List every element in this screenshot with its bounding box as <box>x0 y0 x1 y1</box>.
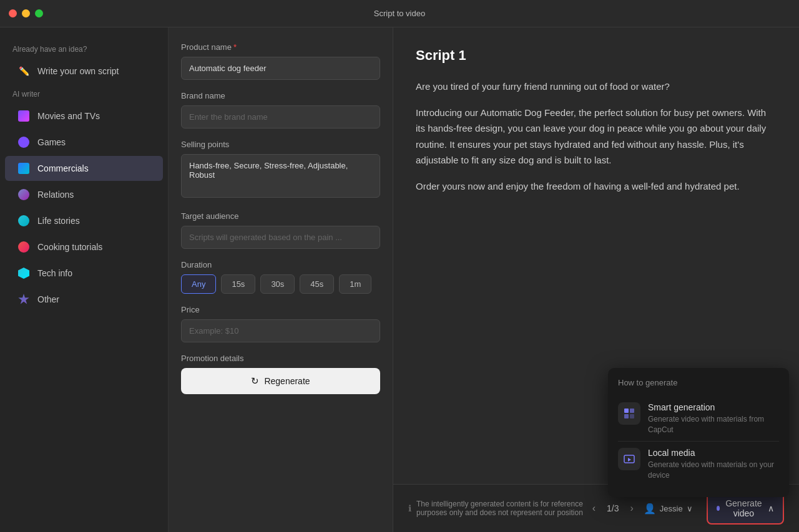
window-title: Script to video <box>374 9 425 18</box>
duration-any[interactable]: Any <box>181 274 216 294</box>
generate-label: Generate video <box>725 498 763 518</box>
info-icon: ℹ <box>408 503 411 513</box>
smart-gen-title: Smart generation <box>648 402 779 412</box>
price-label: Price <box>181 305 380 314</box>
next-script-button[interactable]: › <box>626 500 637 516</box>
sidebar-section-idea: Already have an idea? <box>0 40 168 57</box>
sidebar-section-ai: AI writer <box>0 85 168 102</box>
svg-rect-0 <box>624 409 629 413</box>
sidebar-item-label-games: Games <box>37 137 66 147</box>
svg-rect-1 <box>630 409 634 413</box>
sidebar-item-label-life: Life stories <box>37 216 80 226</box>
title-bar: Script to video <box>0 0 799 27</box>
smart-gen-desc: Generate video with materials from CapCu… <box>648 414 779 435</box>
price-input[interactable] <box>181 319 380 342</box>
sidebar: Already have an idea? ✏️ Write your own … <box>0 27 169 532</box>
pencil-icon: ✏️ <box>17 65 30 77</box>
traffic-lights <box>9 9 43 17</box>
tech-icon <box>17 267 30 279</box>
duration-group: Any 15s 30s 45s 1m <box>181 274 380 294</box>
script-paragraph-1: Are you tired of your furry friend runni… <box>416 79 777 95</box>
sidebar-item-tech[interactable]: Tech info <box>5 261 163 286</box>
sidebar-item-label-movies: Movies and TVs <box>37 111 100 121</box>
user-chevron-icon: ∨ <box>687 504 693 513</box>
user-icon: 👤 <box>644 503 656 515</box>
commercials-icon <box>17 162 30 175</box>
sidebar-item-movies[interactable]: Movies and TVs <box>5 104 163 128</box>
local-media-icon <box>618 448 640 470</box>
regenerate-icon: ↻ <box>251 375 259 387</box>
sidebar-item-life-stories[interactable]: Life stories <box>5 208 163 233</box>
sidebar-item-write-own[interactable]: ✏️ Write your own script <box>5 59 163 84</box>
movies-icon <box>17 110 30 122</box>
prev-script-button[interactable]: ‹ <box>589 500 599 516</box>
duration-1m[interactable]: 1m <box>339 274 371 294</box>
local-media-desc: Generate video with materials on your de… <box>648 460 779 481</box>
sidebar-item-label-write-own: Write your own script <box>37 66 119 76</box>
cooking-icon <box>17 241 30 253</box>
main-layout: Already have an idea? ✏️ Write your own … <box>0 27 799 532</box>
games-icon <box>17 136 30 148</box>
maximize-button[interactable] <box>35 9 43 17</box>
sidebar-item-other[interactable]: Other <box>5 287 163 312</box>
svg-rect-2 <box>624 414 629 418</box>
script-paragraph-3: Order yours now and enjoy the freedom of… <box>416 178 777 195</box>
generate-chevron-icon: ∧ <box>768 503 774 513</box>
sidebar-item-label-tech: Tech info <box>37 268 72 278</box>
script-paragraph-2: Introducing our Automatic Dog Feeder, th… <box>416 105 777 168</box>
local-media-title: Local media <box>648 448 779 458</box>
sidebar-item-label-relations: Relations <box>37 190 74 200</box>
script-body: Are you tired of your furry friend runni… <box>416 79 777 194</box>
sidebar-item-games[interactable]: Games <box>5 130 163 155</box>
user-button[interactable]: 👤 Jessie ∨ <box>637 499 699 518</box>
close-button[interactable] <box>9 9 17 17</box>
form-panel: Product name * Brand name Selling points… <box>169 27 393 532</box>
duration-45s[interactable]: 45s <box>300 274 334 294</box>
duration-30s[interactable]: 30s <box>260 274 295 294</box>
relations-icon <box>17 188 30 201</box>
selling-points-label: Selling points <box>181 140 380 149</box>
sidebar-item-cooking[interactable]: Cooking tutorials <box>5 235 163 259</box>
script-panel: Script 1 Are you tired of your furry fri… <box>393 27 799 532</box>
sidebar-item-label-cooking: Cooking tutorials <box>37 242 102 252</box>
required-star: * <box>233 42 237 52</box>
life-icon <box>17 215 30 227</box>
script-page: 1/3 <box>607 503 619 513</box>
selling-points-input[interactable] <box>181 154 380 198</box>
script-info: ℹ The intelligently generated content is… <box>408 500 589 517</box>
script-info-text: The intelligently generated content is f… <box>416 500 589 517</box>
other-icon <box>17 293 30 306</box>
local-media-text: Local media Generate video with material… <box>648 448 779 481</box>
brand-name-input[interactable] <box>181 105 380 128</box>
generate-dropdown: How to generate Smart generation Generat… <box>608 368 789 497</box>
script-nav: ‹ 1/3 › <box>589 500 637 516</box>
user-label: Jessie <box>660 504 683 513</box>
duration-15s[interactable]: 15s <box>221 274 255 294</box>
generate-dot-icon <box>717 506 720 511</box>
dropdown-smart-generation[interactable]: Smart generation Generate video with mat… <box>618 396 779 442</box>
brand-name-label: Brand name <box>181 91 380 100</box>
dropdown-local-media[interactable]: Local media Generate video with material… <box>618 441 779 487</box>
regenerate-button[interactable]: ↻ Regenerate <box>181 368 380 394</box>
product-name-label: Product name * <box>181 42 380 52</box>
duration-label: Duration <box>181 260 380 269</box>
script-title: Script 1 <box>416 47 777 64</box>
smart-gen-icon <box>618 402 640 425</box>
dropdown-title: How to generate <box>618 378 779 387</box>
promotion-details-label: Promotion details <box>181 354 380 363</box>
product-name-input[interactable] <box>181 57 380 80</box>
smart-gen-text: Smart generation Generate video with mat… <box>648 402 779 435</box>
sidebar-item-commercials[interactable]: Commercials <box>5 156 163 181</box>
sidebar-item-label-commercials: Commercials <box>37 163 89 173</box>
target-audience-label: Target audience <box>181 211 380 221</box>
sidebar-item-relations[interactable]: Relations <box>5 182 163 207</box>
minimize-button[interactable] <box>22 9 30 17</box>
svg-rect-3 <box>630 414 634 418</box>
target-audience-input[interactable] <box>181 226 380 249</box>
sidebar-item-label-other: Other <box>37 294 59 304</box>
